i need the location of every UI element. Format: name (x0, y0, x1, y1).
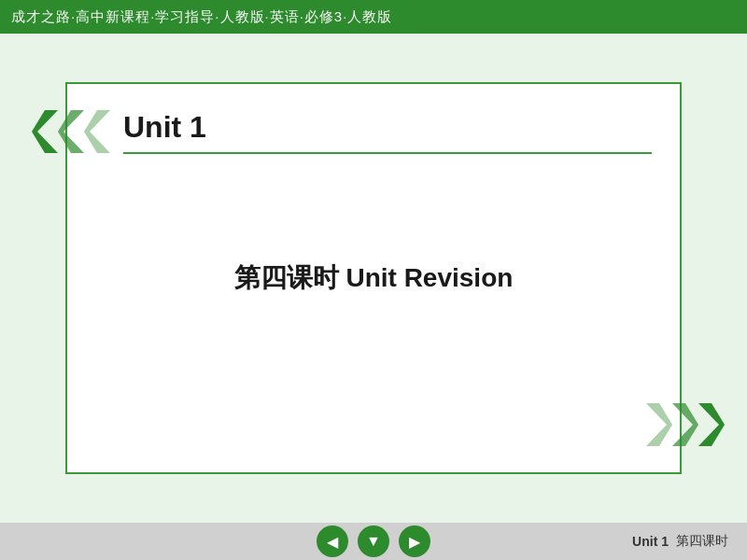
footer-lesson-label: 第四课时 (676, 533, 728, 550)
top-header-bar: 成才之路·高中新课程·学习指导·人教版·英语·必修3·人教版 (0, 0, 747, 34)
svg-marker-5 (698, 403, 725, 446)
chevron-right-2 (672, 403, 698, 446)
svg-marker-4 (672, 403, 698, 446)
navigation-buttons: ◀ ▼ ▶ (317, 525, 430, 557)
footer-info: Unit 1 第四课时 (632, 533, 728, 550)
footer-bar: ◀ ▼ ▶ Unit 1 第四课时 (0, 523, 747, 560)
chevron-left-1 (32, 110, 58, 153)
chevron-right-3 (698, 403, 725, 446)
svg-marker-3 (646, 403, 672, 446)
chevron-right-1 (646, 403, 672, 446)
chevron-left-2 (58, 110, 84, 153)
svg-marker-1 (58, 110, 84, 153)
down-icon: ▼ (366, 533, 381, 550)
svg-marker-2 (84, 110, 110, 153)
unit-title: Unit 1 (123, 110, 652, 154)
next-icon: ▶ (409, 533, 420, 551)
next-button[interactable]: ▶ (399, 525, 430, 557)
prev-icon: ◀ (327, 533, 338, 551)
down-button[interactable]: ▼ (358, 525, 389, 557)
footer-unit-label: Unit 1 (632, 534, 669, 549)
svg-marker-0 (32, 110, 58, 153)
slide-card: Unit 1 第四课时 Unit Revision (65, 82, 682, 474)
header-title: 成才之路·高中新课程·学习指导·人教版·英语·必修3·人教版 (11, 8, 392, 26)
prev-button[interactable]: ◀ (317, 525, 348, 557)
right-chevrons-decoration (646, 403, 725, 446)
main-content-area: Unit 1 第四课时 Unit Revision (0, 34, 747, 523)
chevron-left-3 (84, 110, 110, 153)
left-chevrons-decoration (32, 110, 110, 153)
lesson-subtitle: 第四课时 Unit Revision (234, 260, 514, 296)
